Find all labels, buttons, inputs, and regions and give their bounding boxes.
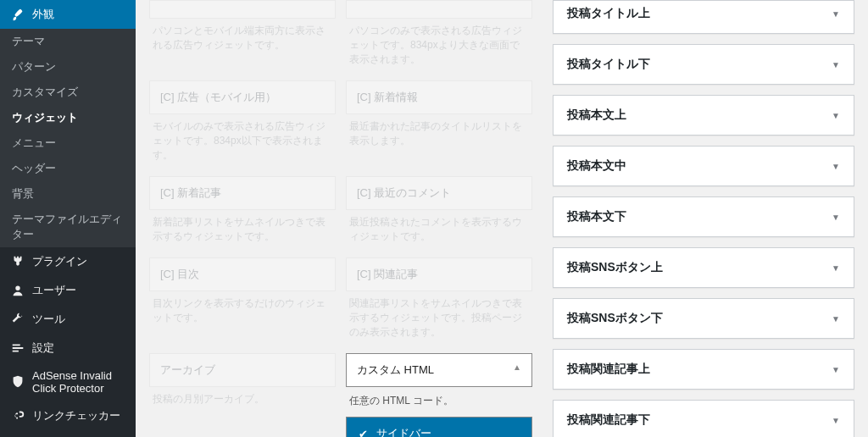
widget-area[interactable]: 投稿関連記事上 ▼ — [553, 349, 854, 390]
menu-plugins[interactable]: プラグイン — [0, 247, 136, 276]
widget-area-title: 投稿関連記事下 — [567, 412, 650, 428]
admin-sidebar: 外観 テーマ パターン カスタマイズ ウィジェット メニュー ヘッダー 背景 テ… — [0, 0, 136, 437]
chevron-down-icon: ▼ — [832, 314, 840, 324]
widget-block: [C] 関連記事 関連記事リストをサムネイルつきで表示するウィジェットです。投稿… — [346, 257, 532, 343]
widget-card[interactable]: [C] 関連記事 — [346, 257, 532, 291]
widget-block: [C] 目次 目次リンクを表示するだけのウィジェットです。 — [149, 257, 336, 343]
app-root: 外観 テーマ パターン カスタマイズ ウィジェット メニュー ヘッダー 背景 テ… — [0, 0, 868, 437]
submenu-background[interactable]: 背景 — [0, 181, 136, 207]
widget-custom-html-title: カスタム HTML — [357, 363, 434, 376]
dropdown-item-sidebar[interactable]: ✔ サイドバー — [347, 418, 531, 437]
widget-desc: パソコンとモバイル端末両方に表示される広告ウィジェットです。 — [149, 19, 336, 56]
menu-plugins-label: プラグイン — [32, 254, 87, 269]
menu-linkchecker[interactable]: リンクチェッカー — [0, 401, 136, 430]
widget-area[interactable]: 投稿本文下 ▼ — [553, 196, 854, 237]
widget-area[interactable]: 投稿SNSボタン上 ▼ — [553, 247, 854, 288]
chevron-down-icon: ▼ — [832, 162, 840, 171]
widget-area[interactable]: 投稿タイトル下 ▼ — [553, 44, 854, 85]
menu-settings[interactable]: 設定 — [0, 334, 136, 362]
widget-area-title: 投稿タイトル上 — [567, 6, 650, 21]
dropdown-item-label: サイドバー — [376, 426, 431, 437]
widget-card[interactable]: アーカイブ — [149, 353, 336, 387]
shield-icon — [10, 374, 25, 390]
widget-block: [C] 広告（モバイル用） モバイルのみで表示される広告ウィジェットです。834… — [149, 80, 336, 166]
widget-block: パソコンとモバイル端末両方に表示される広告ウィジェットです。 — [149, 0, 336, 70]
chevron-down-icon: ▼ — [832, 213, 840, 222]
widget-grid: パソコンとモバイル端末両方に表示される広告ウィジェットです。 パソコンのみで表示… — [149, 0, 532, 437]
available-widgets-panel: パソコンとモバイル端末両方に表示される広告ウィジェットです。 パソコンのみで表示… — [136, 0, 546, 437]
submenu-theme-editor[interactable]: テーマファイルエディター — [0, 207, 136, 247]
chevron-down-icon: ▼ — [832, 365, 840, 374]
menu-users-label: ユーザー — [32, 283, 76, 298]
widget-area-title: 投稿本文中 — [567, 158, 626, 174]
chevron-down-icon: ▼ — [832, 60, 840, 69]
widget-desc: パソコンのみで表示される広告ウィジェットです。834pxより大きな画面で表示され… — [346, 19, 532, 70]
widget-desc: 投稿の月別アーカイブ。 — [149, 387, 336, 410]
menu-appearance-label: 外観 — [32, 7, 54, 22]
widget-area[interactable]: 投稿関連記事下 ▼ — [553, 400, 854, 437]
submenu-header[interactable]: ヘッダー — [0, 156, 136, 181]
widget-custom-html-desc: 任意の HTML コード。 — [346, 387, 532, 413]
widget-card[interactable] — [346, 0, 532, 19]
widget-card[interactable]: [C] 新着記事 — [149, 176, 336, 210]
widget-desc: モバイルのみで表示される広告ウィジェットです。834px以下で表示されます。 — [149, 114, 336, 166]
widget-area[interactable]: 投稿本文中 ▼ — [553, 146, 854, 186]
widget-block: [C] 新着情報 最近書かれた記事のタイトルリストを表示します。 — [346, 80, 532, 166]
menu-users[interactable]: ユーザー — [0, 276, 136, 305]
chevron-down-icon: ▼ — [832, 416, 840, 425]
widget-area-title: 投稿本文下 — [567, 209, 626, 224]
widget-area-title: 投稿タイトル下 — [567, 57, 650, 72]
widget-area-title: 投稿SNSボタン下 — [567, 311, 663, 326]
widget-area[interactable]: 投稿タイトル上 ▼ — [553, 0, 854, 34]
chevron-down-icon: ▼ — [832, 263, 840, 273]
widget-block: パソコンのみで表示される広告ウィジェットです。834pxより大きな画面で表示され… — [346, 0, 532, 70]
widget-desc: 最近書かれた記事のタイトルリストを表示します。 — [346, 114, 532, 152]
menu-settings-label: 設定 — [32, 340, 54, 356]
menu-adsense[interactable]: AdSense Invalid Click Protector — [0, 362, 136, 401]
brush-icon — [10, 7, 25, 22]
check-icon: ✔ — [359, 428, 368, 438]
chevron-down-icon: ▼ — [832, 9, 840, 19]
menu-tools[interactable]: ツール — [0, 305, 136, 334]
submenu-theme[interactable]: テーマ — [0, 29, 136, 54]
plug-icon — [10, 254, 25, 269]
widget-custom-html-block: カスタム HTML ▲ 任意の HTML コード。 ✔ サイドバー — [346, 353, 532, 437]
widget-areas-panel: 投稿タイトル上 ▼ 投稿タイトル下 ▼ 投稿本文上 ▼ 投稿本文中 ▼ 投稿本文… — [546, 0, 868, 437]
link-icon — [10, 408, 25, 423]
widget-area-dropdown: ✔ サイドバー — [346, 417, 532, 437]
widget-card[interactable] — [149, 0, 336, 19]
menu-tools-label: ツール — [32, 312, 65, 327]
submenu-widgets[interactable]: ウィジェット — [0, 105, 136, 130]
widget-block: [C] 新着記事 新着記事リストをサムネイルつきで表示するウィジェットです。 — [149, 176, 336, 247]
chevron-up-icon: ▲ — [513, 362, 521, 372]
wrench-icon — [10, 312, 25, 327]
widget-area-title: 投稿本文上 — [567, 108, 626, 123]
widget-block: アーカイブ 投稿の月別アーカイブ。 — [149, 353, 336, 437]
widget-card[interactable]: [C] 新着情報 — [346, 80, 532, 114]
sliders-icon — [10, 340, 25, 356]
main-content: パソコンとモバイル端末両方に表示される広告ウィジェットです。 パソコンのみで表示… — [136, 0, 868, 437]
user-icon — [10, 283, 25, 298]
widget-area[interactable]: 投稿SNSボタン下 ▼ — [553, 298, 854, 339]
menu-siteguard[interactable]: SiteGuard — [0, 430, 136, 437]
chevron-down-icon: ▼ — [832, 111, 840, 120]
submenu-menu[interactable]: メニュー — [0, 130, 136, 156]
widget-custom-html-card[interactable]: カスタム HTML ▲ — [346, 353, 532, 387]
widget-area-title: 投稿関連記事上 — [567, 362, 650, 377]
menu-appearance[interactable]: 外観 — [0, 0, 136, 29]
widget-area[interactable]: 投稿本文上 ▼ — [553, 95, 854, 136]
appearance-submenu: テーマ パターン カスタマイズ ウィジェット メニュー ヘッダー 背景 テーマフ… — [0, 29, 136, 247]
submenu-customize[interactable]: カスタマイズ — [0, 80, 136, 105]
widget-desc: 目次リンクを表示するだけのウィジェットです。 — [149, 291, 336, 329]
widget-card[interactable]: [C] 広告（モバイル用） — [149, 80, 336, 114]
widget-desc: 新着記事リストをサムネイルつきで表示するウィジェットです。 — [149, 210, 336, 247]
menu-adsense-label: AdSense Invalid Click Protector — [32, 369, 125, 395]
widget-desc: 関連記事リストをサムネイルつきで表示するウィジェットです。投稿ページのみ表示され… — [346, 291, 532, 343]
widget-area-title: 投稿SNSボタン上 — [567, 260, 663, 275]
widget-card[interactable]: [C] 最近のコメント — [346, 176, 532, 210]
widget-block: [C] 最近のコメント 最近投稿されたコメントを表示するウィジェットです。 — [346, 176, 532, 247]
menu-linkchecker-label: リンクチェッカー — [32, 408, 120, 423]
widget-desc: 最近投稿されたコメントを表示するウィジェットです。 — [346, 210, 532, 247]
submenu-pattern[interactable]: パターン — [0, 54, 136, 80]
widget-card[interactable]: [C] 目次 — [149, 257, 336, 291]
